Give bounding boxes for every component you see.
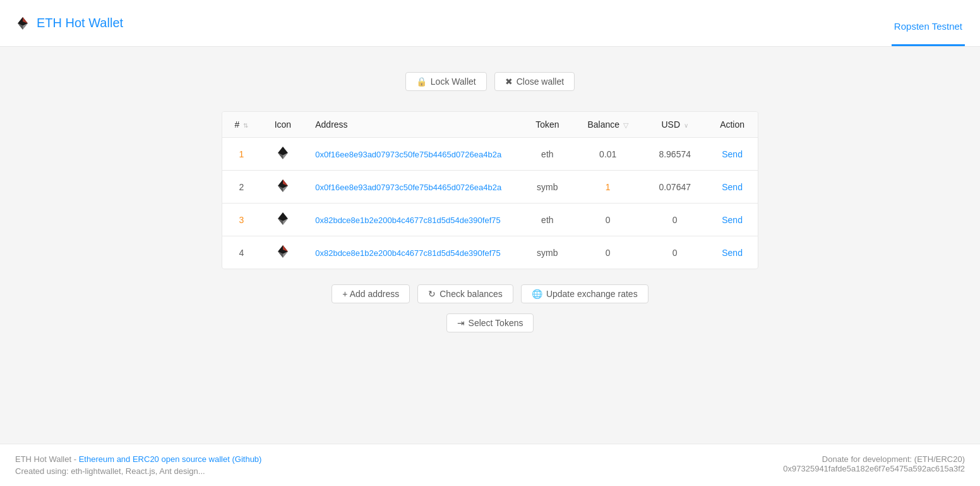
close-icon: ✖	[505, 76, 513, 87]
cell-icon	[261, 204, 306, 236]
table-row: 3 0x82bdce8e1b2e200b4c4677c81d5d54de390f…	[222, 204, 758, 236]
address-link[interactable]: 0x82bdce8e1b2e200b4c4677c81d5d54de390fef…	[315, 216, 501, 225]
cell-address: 0x82bdce8e1b2e200b4c4677c81d5d54de390fef…	[305, 236, 522, 269]
footer-left-line1: ETH Hot Wallet - Ethereum and ERC20 open…	[15, 454, 261, 464]
cell-token: symb	[522, 236, 573, 269]
lock-icon: 🔒	[416, 76, 427, 87]
col-token: Token	[522, 112, 573, 138]
table-row: 4 0x82bdce8e1b2e200b4c4677c81d5d54de390f…	[222, 236, 758, 269]
cell-num: 3	[222, 204, 261, 236]
send-link[interactable]: Send	[722, 182, 743, 192]
address-link[interactable]: 0x82bdce8e1b2e200b4c4677c81d5d54de390fef…	[315, 248, 501, 258]
footer-donate-title: Donate for development: (ETH/ERC20)	[783, 454, 965, 464]
cell-num: 2	[222, 171, 261, 204]
col-balance: Balance ▽	[573, 112, 643, 138]
cell-icon	[261, 171, 306, 204]
cell-usd: 0.07647	[643, 171, 707, 204]
bottom-buttons-row2: ⇥ Select Tokens	[446, 313, 534, 332]
select-tokens-icon: ⇥	[457, 318, 465, 328]
cell-address: 0x0f16ee8e93ad07973c50fe75b4465d0726ea4b…	[305, 171, 522, 204]
cell-token: eth	[522, 138, 573, 171]
cell-balance: 0	[573, 204, 643, 236]
eth-black-icon	[275, 145, 290, 161]
cell-num: 4	[222, 236, 261, 269]
cell-usd: 0	[643, 204, 707, 236]
update-exchange-label: Update exchange rates	[546, 289, 638, 299]
lock-wallet-label: Lock Wallet	[431, 76, 476, 87]
header-nav: Ropsten Testnet	[892, 0, 965, 46]
add-address-button[interactable]: + Add address	[332, 284, 410, 303]
select-tokens-label: Select Tokens	[469, 318, 523, 328]
select-tokens-button[interactable]: ⇥ Select Tokens	[446, 313, 534, 332]
footer-right: Donate for development: (ETH/ERC20) 0x97…	[783, 454, 965, 473]
cell-address: 0x0f16ee8e93ad07973c50fe75b4465d0726ea4b…	[305, 138, 522, 171]
lock-wallet-button[interactable]: 🔒 Lock Wallet	[405, 72, 487, 91]
wallet-action-buttons: 🔒 Lock Wallet ✖ Close wallet	[405, 72, 575, 91]
footer-donate-address: 0x97325941fafde5a182e6f7e5475a592ac615a3…	[783, 464, 965, 473]
logo-section: ETH Hot Wallet	[15, 16, 123, 31]
footer-created-text: Created using: eth-lightwallet, React.js…	[15, 466, 261, 476]
cell-action: Send	[707, 236, 758, 269]
cell-action: Send	[707, 171, 758, 204]
cell-icon	[261, 236, 306, 269]
footer-left: ETH Hot Wallet - Ethereum and ERC20 open…	[15, 454, 261, 476]
check-balances-label: Check balances	[439, 289, 503, 299]
cell-usd: 0	[643, 236, 707, 269]
balance-filter-icon: ▽	[623, 121, 628, 129]
app-footer: ETH Hot Wallet - Ethereum and ERC20 open…	[0, 444, 980, 486]
cell-action: Send	[707, 204, 758, 236]
cell-balance: 0.01	[573, 138, 643, 171]
eth-color-icon	[275, 178, 290, 193]
cell-action: Send	[707, 138, 758, 171]
cell-balance: 1	[573, 171, 643, 204]
col-usd: USD ∨	[643, 112, 707, 138]
table-header-row: # ⇅ Icon Address Token Balance ▽ USD ∨ A…	[222, 112, 758, 138]
cell-usd: 8.96574	[643, 138, 707, 171]
cell-token: symb	[522, 171, 573, 204]
eth-black-icon	[275, 211, 290, 226]
send-link[interactable]: Send	[722, 149, 743, 159]
cell-icon	[261, 138, 306, 171]
add-address-label: + Add address	[342, 289, 399, 299]
footer-github-link[interactable]: Ethereum and ERC20 open source wallet (G…	[79, 454, 262, 464]
col-action: Action	[707, 112, 758, 138]
col-num: # ⇅	[222, 112, 261, 138]
eth-color-icon	[275, 244, 290, 259]
cell-balance: 0	[573, 236, 643, 269]
col-address: Address	[305, 112, 522, 138]
cell-num: 1	[222, 138, 261, 171]
address-link[interactable]: 0x0f16ee8e93ad07973c50fe75b4465d0726ea4b…	[315, 150, 501, 159]
address-link[interactable]: 0x0f16ee8e93ad07973c50fe75b4465d0726ea4b…	[315, 183, 501, 192]
table-row: 2 0x0f16ee8e93ad07973c50fe75b4465d0726ea…	[222, 171, 758, 204]
check-balances-button[interactable]: ↻ Check balances	[417, 284, 513, 303]
cell-address: 0x82bdce8e1b2e200b4c4677c81d5d54de390fef…	[305, 204, 522, 236]
close-wallet-label: Close wallet	[517, 76, 564, 87]
globe-icon: 🌐	[532, 289, 542, 299]
send-link[interactable]: Send	[722, 248, 743, 258]
eth-logo-icon	[15, 16, 30, 31]
usd-sort-icon: ∨	[684, 122, 688, 129]
refresh-icon: ↻	[428, 289, 436, 299]
update-exchange-button[interactable]: 🌐 Update exchange rates	[521, 284, 648, 303]
wallet-table: # ⇅ Icon Address Token Balance ▽ USD ∨ A…	[222, 111, 758, 269]
app-title: ETH Hot Wallet	[37, 16, 123, 30]
table-row: 1 0x0f16ee8e93ad07973c50fe75b4465d0726ea…	[222, 138, 758, 171]
main-content: 🔒 Lock Wallet ✖ Close wallet # ⇅ Icon Ad…	[0, 47, 980, 444]
send-link[interactable]: Send	[722, 215, 743, 225]
network-tab[interactable]: Ropsten Testnet	[892, 21, 965, 46]
footer-left-text: ETH Hot Wallet -	[15, 454, 79, 464]
app-header: ETH Hot Wallet Ropsten Testnet	[0, 0, 980, 47]
sort-icon: ⇅	[243, 122, 248, 129]
cell-token: eth	[522, 204, 573, 236]
bottom-buttons-row1: + Add address ↻ Check balances 🌐 Update …	[332, 284, 648, 303]
col-icon: Icon	[261, 112, 306, 138]
close-wallet-button[interactable]: ✖ Close wallet	[494, 72, 575, 91]
